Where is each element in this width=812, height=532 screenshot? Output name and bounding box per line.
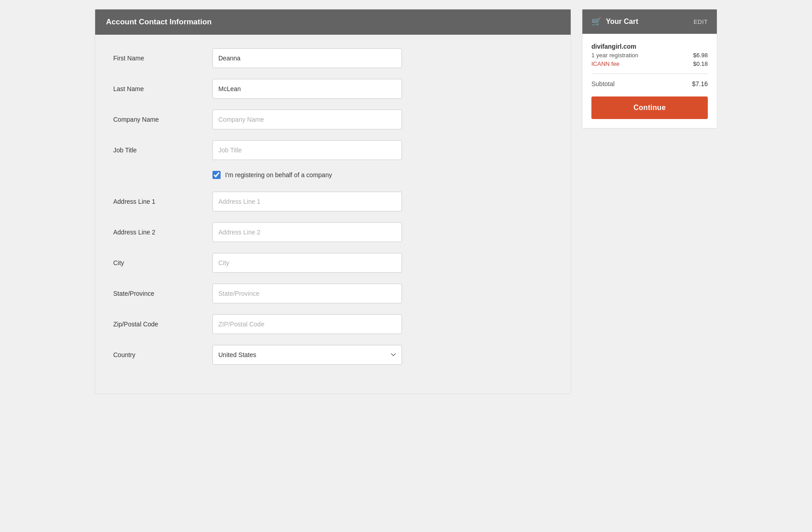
- cart-body: divifangirl.com 1 year registration $6.9…: [582, 34, 717, 128]
- main-form-panel: Account Contact Information First Name L…: [95, 9, 571, 394]
- cart-header: 🛒 Your Cart EDIT: [582, 9, 717, 34]
- country-select[interactable]: United States Canada United Kingdom Aust…: [212, 345, 402, 365]
- cart-panel: 🛒 Your Cart EDIT divifangirl.com 1 year …: [582, 9, 717, 128]
- address1-label: Address Line 1: [113, 198, 212, 205]
- cart-icon: 🛒: [591, 17, 601, 27]
- city-label: City: [113, 259, 212, 266]
- cart-icann-row: ICANN fee $0.18: [591, 60, 708, 67]
- first-name-input[interactable]: [212, 48, 402, 68]
- form-header: Account Contact Information: [95, 9, 571, 35]
- country-label: Country: [113, 351, 212, 358]
- country-row: Country United States Canada United King…: [113, 345, 553, 365]
- form-body: First Name Last Name Company Name Job Ti…: [95, 35, 571, 394]
- company-name-label: Company Name: [113, 116, 212, 123]
- cart-subtotal-price: $7.16: [692, 80, 708, 87]
- address1-row: Address Line 1: [113, 192, 553, 211]
- cart-icann-label: ICANN fee: [591, 60, 619, 67]
- cart-registration-label: 1 year registration: [591, 52, 638, 59]
- company-checkbox-label[interactable]: I'm registering on behalf of a company: [225, 171, 332, 179]
- last-name-input[interactable]: [212, 79, 402, 99]
- cart-registration-row: 1 year registration $6.98: [591, 52, 708, 59]
- job-title-input[interactable]: [212, 140, 402, 160]
- zip-input[interactable]: [212, 314, 402, 334]
- company-name-row: Company Name: [113, 110, 553, 129]
- first-name-row: First Name: [113, 48, 553, 68]
- address1-input[interactable]: [212, 192, 402, 211]
- address2-input[interactable]: [212, 222, 402, 242]
- company-checkbox[interactable]: [212, 171, 221, 179]
- job-title-row: Job Title: [113, 140, 553, 160]
- cart-registration-price: $6.98: [693, 52, 708, 59]
- cart-subtotal-label: Subtotal: [591, 80, 614, 87]
- state-input[interactable]: [212, 284, 402, 303]
- state-row: State/Province: [113, 284, 553, 303]
- last-name-label: Last Name: [113, 85, 212, 92]
- cart-subtotal-row: Subtotal $7.16: [591, 80, 708, 87]
- company-name-input[interactable]: [212, 110, 402, 129]
- cart-divider: [591, 73, 708, 74]
- zip-row: Zip/Postal Code: [113, 314, 553, 334]
- cart-icann-price: $0.18: [693, 60, 708, 67]
- job-title-label: Job Title: [113, 147, 212, 154]
- address2-label: Address Line 2: [113, 229, 212, 236]
- continue-button[interactable]: Continue: [591, 96, 708, 119]
- address2-row: Address Line 2: [113, 222, 553, 242]
- last-name-row: Last Name: [113, 79, 553, 99]
- company-checkbox-row: I'm registering on behalf of a company: [113, 171, 553, 179]
- city-input[interactable]: [212, 253, 402, 273]
- first-name-label: First Name: [113, 55, 212, 62]
- city-row: City: [113, 253, 553, 273]
- zip-label: Zip/Postal Code: [113, 321, 212, 328]
- cart-title: Your Cart: [606, 18, 638, 26]
- cart-domain: divifangirl.com: [591, 43, 708, 50]
- state-label: State/Province: [113, 290, 212, 297]
- cart-edit-button[interactable]: EDIT: [693, 18, 708, 25]
- cart-title-area: 🛒 Your Cart: [591, 17, 638, 27]
- form-header-title: Account Contact Information: [106, 18, 212, 26]
